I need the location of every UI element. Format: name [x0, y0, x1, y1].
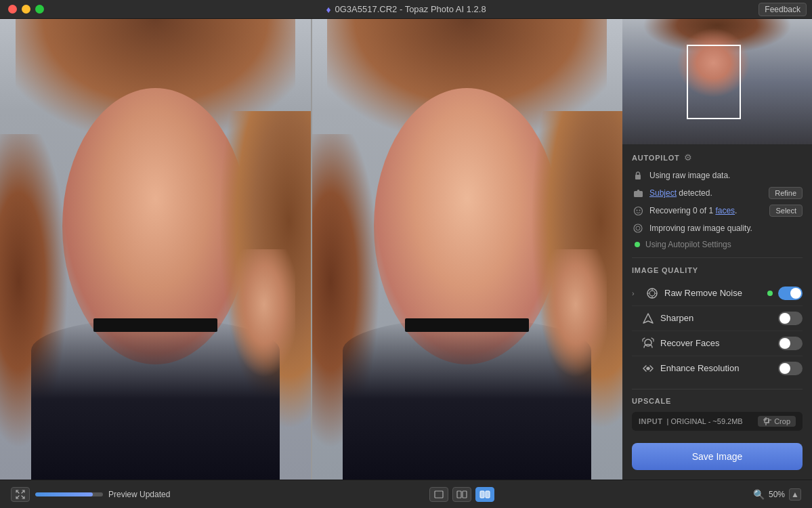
save-image-button[interactable]: Save Image: [632, 443, 803, 470]
subject-link[interactable]: Subject: [649, 188, 677, 198]
zoom-section: 🔍 50% ▲: [753, 488, 801, 501]
enhance-resolution-label: Enhance Resolution: [660, 363, 773, 373]
svg-point-9: [649, 291, 655, 296]
close-button[interactable]: [8, 5, 17, 14]
autopilot-section: AUTOPILOT ⚙ Using raw image data.: [622, 144, 812, 257]
svg-rect-17: [486, 491, 490, 498]
quality-text: Improving raw image quality.: [649, 224, 803, 233]
svg-rect-0: [635, 175, 641, 179]
titlebar: ♦ 0G3A5517.CR2 - Topaz Photo AI 1.2.8 Fe…: [0, 0, 812, 19]
enhance-icon: [641, 362, 655, 375]
refine-button[interactable]: Refine: [769, 187, 803, 199]
thumbnail-image: [622, 19, 812, 144]
diamond-icon: ♦: [326, 4, 330, 15]
noise-toggle-knob: [790, 288, 801, 299]
single-view-button[interactable]: [429, 487, 448, 502]
chevron-right-icon: ›: [632, 289, 640, 297]
svg-rect-14: [457, 491, 461, 498]
faces-toggle[interactable]: [778, 337, 803, 350]
autopilot-title: AUTOPILOT: [632, 154, 680, 162]
recover-faces-label: Recover Faces: [660, 338, 773, 348]
sharpen-icon: [641, 312, 655, 325]
upscale-section: UPSCALE INPUT | ORIGINAL - ~59.2MB Crop: [622, 389, 812, 436]
green-status-dot: [635, 242, 640, 247]
raw-data-text: Using raw image data.: [649, 171, 803, 180]
svg-marker-10: [643, 314, 653, 323]
side-by-side-icon: [479, 490, 490, 499]
main-content: AUTOPILOT ⚙ Using raw image data.: [0, 19, 812, 480]
upscale-title: UPSCALE: [632, 397, 671, 405]
sharpen-label: Sharpen: [660, 313, 773, 323]
side-by-side-button[interactable]: [475, 487, 494, 502]
compare-icon: [456, 490, 467, 499]
crop-icon: [763, 417, 771, 425]
svg-point-4: [636, 209, 637, 211]
zoom-value-text: 50%: [769, 490, 785, 499]
select-button[interactable]: Select: [769, 205, 803, 217]
preview-updated-text: Preview Updated: [108, 490, 170, 499]
recover-faces-row[interactable]: Recover Faces: [632, 331, 803, 356]
window-title: ♦ 0G3A5517.CR2 - Topaz Photo AI 1.2.8: [326, 4, 486, 15]
noise-active-indicator: [767, 291, 773, 296]
upscale-header: UPSCALE: [632, 397, 803, 405]
progress-bar-container: [35, 492, 103, 496]
sharpen-toggle[interactable]: [778, 312, 803, 325]
raw-noise-label: Raw Remove Noise: [664, 288, 762, 298]
input-label: INPUT: [639, 417, 663, 425]
feedback-button[interactable]: Feedback: [758, 3, 807, 16]
svg-rect-16: [480, 491, 484, 498]
svg-point-7: [636, 226, 640, 230]
right-panel: AUTOPILOT ⚙ Using raw image data.: [622, 19, 812, 480]
noise-icon: [645, 287, 659, 300]
svg-point-5: [639, 209, 640, 211]
autopilot-header: AUTOPILOT ⚙: [632, 152, 803, 163]
progress-section: Preview Updated: [11, 487, 170, 502]
save-section: Save Image: [622, 436, 812, 480]
maximize-button[interactable]: [35, 5, 44, 14]
thumbnail-overlay: [622, 19, 812, 144]
single-view-icon: [434, 490, 444, 499]
sharpen-row[interactable]: Sharpen: [632, 306, 803, 331]
sharpen-toggle-knob: [779, 313, 790, 324]
autopilot-row-quality: Improving raw image quality.: [632, 222, 803, 234]
expand-arrows-icon: [16, 490, 25, 499]
app-title: 0G3A5517.CR2 - Topaz Photo AI 1.2.8: [335, 4, 486, 14]
enhanced-image-panel: [312, 19, 623, 480]
progress-bar-fill: [35, 492, 93, 496]
raw-remove-noise-row[interactable]: › Raw Remove Noise: [632, 281, 803, 306]
image-quality-header: IMAGE QUALITY: [632, 266, 803, 274]
original-image-panel: [0, 19, 311, 480]
enhance-resolution-row[interactable]: Enhance Resolution: [632, 356, 803, 381]
svg-rect-15: [463, 491, 467, 498]
noise-toggle[interactable]: [778, 287, 803, 300]
enhance-toggle[interactable]: [778, 362, 803, 375]
lock-icon: [632, 169, 644, 182]
camera-icon: [632, 187, 644, 199]
svg-rect-13: [435, 491, 443, 498]
compare-button[interactable]: [452, 487, 471, 502]
crop-label: Crop: [774, 417, 790, 425]
expand-icon[interactable]: [11, 487, 30, 502]
svg-point-3: [634, 207, 642, 215]
input-value: | ORIGINAL - ~59.2MB: [667, 417, 743, 425]
autopilot-settings-text: Using Autopilot Settings: [645, 240, 731, 249]
image-area: [0, 19, 622, 480]
quality-icon: [632, 222, 644, 234]
minimize-button[interactable]: [22, 5, 30, 14]
view-mode-buttons: [429, 487, 494, 502]
faces-link[interactable]: faces: [715, 206, 735, 215]
bottom-bar: Preview Updated 🔍 50% ▲: [0, 480, 812, 508]
zoom-increase-button[interactable]: ▲: [789, 488, 801, 501]
gear-icon[interactable]: ⚙: [684, 152, 692, 163]
autopilot-settings-row: Using Autopilot Settings: [632, 240, 803, 249]
thumbnail-section[interactable]: [622, 19, 812, 144]
image-quality-section: IMAGE QUALITY › Raw Remove Noise: [622, 258, 812, 389]
window-controls: [8, 5, 44, 14]
svg-point-6: [634, 224, 642, 232]
autopilot-row-subject: Subject detected. Refine: [632, 187, 803, 199]
faces-toggle-knob: [779, 338, 790, 349]
subject-text: Subject detected.: [649, 188, 763, 198]
crop-button[interactable]: Crop: [758, 416, 796, 427]
zoom-search-icon: 🔍: [753, 489, 765, 500]
face-icon: [632, 205, 644, 217]
